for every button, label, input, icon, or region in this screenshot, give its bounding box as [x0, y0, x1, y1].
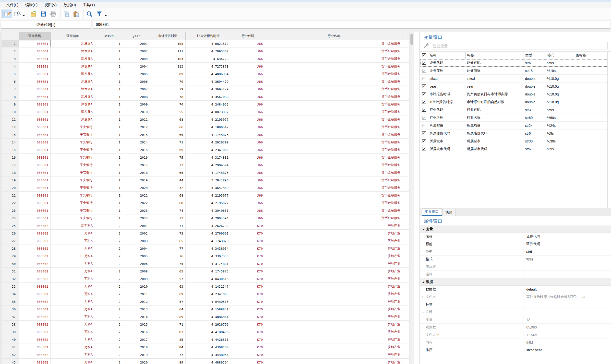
- property-value[interactable]: %9s: [524, 256, 611, 263]
- table-cell[interactable]: 2003: [123, 55, 150, 62]
- table-cell[interactable]: 4.2766661: [186, 230, 231, 237]
- variable-row[interactable]: ✓所属城市所属城市str30%30s: [420, 137, 607, 145]
- table-cell[interactable]: 房地产业: [265, 336, 403, 343]
- row-number[interactable]: 43: [2, 359, 19, 364]
- table-cell[interactable]: 4.3040651: [186, 207, 231, 214]
- table-cell[interactable]: 57: [150, 298, 186, 305]
- table-cell[interactable]: 4.7273878: [186, 63, 231, 70]
- table-cell[interactable]: 4.2195077: [186, 199, 231, 207]
- variable-column-header-vname[interactable]: 名称: [428, 52, 465, 59]
- table-cell[interactable]: 2011: [123, 290, 150, 298]
- table-cell[interactable]: K70: [231, 321, 265, 328]
- table-cell[interactable]: 000002: [19, 298, 51, 305]
- table-cell[interactable]: 2: [95, 343, 123, 351]
- table-cell[interactable]: 2019: [123, 177, 150, 184]
- table-cell[interactable]: 平安银行: [51, 177, 95, 184]
- variable-row[interactable]: ✓证券代码证券代码str6%9s: [420, 59, 607, 67]
- table-cell[interactable]: 000002: [19, 343, 51, 351]
- table-cell[interactable]: 房地产业: [265, 268, 403, 275]
- save-file-button[interactable]: [39, 10, 48, 18]
- table-cell[interactable]: 货币金融服务: [265, 199, 403, 207]
- table-cell[interactable]: 万科A: [51, 268, 95, 275]
- table-cell[interactable]: 平安银行: [51, 214, 95, 222]
- table-cell[interactable]: 76: [150, 252, 186, 260]
- table-cell[interactable]: 000002: [19, 313, 51, 320]
- table-cell[interactable]: 1: [95, 161, 123, 169]
- table-cell[interactable]: 000001: [19, 192, 51, 199]
- table-cell[interactable]: [403, 101, 409, 108]
- table-cell[interactable]: [403, 298, 409, 305]
- variable-row[interactable]: ✓所属省份所属省份str24%24s: [420, 122, 607, 130]
- edit-table-button[interactable]: [2, 10, 12, 18]
- table-cell[interactable]: K70: [231, 328, 265, 336]
- menu-item-tools[interactable]: 工具(T): [79, 2, 98, 8]
- row-number[interactable]: 35: [2, 298, 19, 305]
- table-cell[interactable]: 000001: [19, 131, 51, 138]
- table-cell[interactable]: 平安银行: [51, 199, 95, 207]
- row-number[interactable]: 1: [2, 40, 19, 47]
- variable-row[interactable]: ✓行业名称行业名称str60%60s: [420, 114, 607, 122]
- table-cell[interactable]: 71: [150, 321, 186, 328]
- table-cell[interactable]: [403, 40, 409, 47]
- table-cell[interactable]: 000002: [19, 237, 51, 245]
- table-cell[interactable]: 4.1588831: [186, 305, 231, 313]
- table-cell[interactable]: 1: [95, 154, 123, 161]
- table-cell[interactable]: 113: [150, 63, 186, 70]
- table-cell[interactable]: J66: [231, 40, 265, 47]
- table-cell[interactable]: 72: [150, 230, 186, 237]
- table-cell[interactable]: 2005: [123, 70, 150, 78]
- table-cell[interactable]: 货币金融服务: [265, 48, 403, 55]
- table-cell[interactable]: 2002: [123, 48, 150, 55]
- table-cell[interactable]: 66: [150, 123, 186, 131]
- table-cell[interactable]: 房地产业: [265, 321, 403, 328]
- open-file-button[interactable]: [29, 10, 39, 18]
- table-cell[interactable]: 65: [150, 237, 186, 245]
- table-cell[interactable]: [403, 214, 409, 222]
- table-cell[interactable]: 2017: [123, 161, 150, 169]
- table-cell[interactable]: K70: [231, 305, 265, 313]
- table-cell[interactable]: 货币金融服务: [265, 146, 403, 154]
- property-value[interactable]: 65,960: [524, 324, 611, 331]
- table-cell[interactable]: 2: [95, 230, 123, 237]
- table-cell[interactable]: [403, 336, 409, 343]
- table-cell[interactable]: J66: [231, 139, 265, 146]
- table-cell[interactable]: 4.3174881: [186, 260, 231, 267]
- table-cell[interactable]: 2001: [123, 40, 150, 47]
- table-cell[interactable]: 2006: [123, 78, 150, 85]
- table-cell[interactable]: 000001: [19, 108, 51, 116]
- table-cell[interactable]: 1: [95, 177, 123, 184]
- table-cell[interactable]: 4.2626799: [186, 139, 231, 146]
- table-cell[interactable]: K70: [231, 283, 265, 290]
- table-cell[interactable]: J66: [231, 146, 265, 154]
- table-cell[interactable]: 万科A: [51, 245, 95, 252]
- table-cell[interactable]: 2021: [123, 192, 150, 199]
- table-cell[interactable]: 货币金融服务: [265, 184, 403, 191]
- table-cell[interactable]: J66: [231, 101, 265, 108]
- table-cell[interactable]: 000002: [19, 275, 51, 283]
- row-number[interactable]: 5: [2, 70, 19, 78]
- table-cell[interactable]: 4.4886364: [186, 70, 231, 78]
- chevron-down-icon[interactable]: [105, 15, 107, 16]
- table-cell[interactable]: 103: [150, 55, 186, 62]
- property-value[interactable]: str6: [524, 248, 611, 255]
- table-cell[interactable]: 000001: [19, 55, 51, 62]
- table-cell[interactable]: 货币金融服务: [265, 40, 403, 47]
- table-cell[interactable]: 房地产业: [265, 283, 403, 290]
- table-cell[interactable]: 3.7841896: [186, 177, 231, 184]
- table-cell[interactable]: 货币金融服务: [265, 93, 403, 100]
- table-cell[interactable]: 1: [95, 214, 123, 222]
- table-cell[interactable]: 000001: [19, 207, 51, 214]
- table-cell[interactable]: 万科A: [51, 359, 95, 364]
- table-cell[interactable]: 货币金融服务: [265, 192, 403, 199]
- table-cell[interactable]: 2019: [123, 351, 150, 358]
- property-value[interactable]: [524, 308, 611, 316]
- table-cell[interactable]: 1: [95, 192, 123, 199]
- table-cell[interactable]: 000001: [19, 48, 51, 55]
- table-cell[interactable]: 1: [95, 207, 123, 214]
- table-cell[interactable]: 货币金融服务: [265, 78, 403, 85]
- table-cell[interactable]: K70: [231, 245, 265, 252]
- table-cell[interactable]: [403, 230, 409, 237]
- table-cell[interactable]: K70: [231, 222, 265, 229]
- table-cell[interactable]: [403, 55, 409, 62]
- table-cell[interactable]: [403, 268, 409, 275]
